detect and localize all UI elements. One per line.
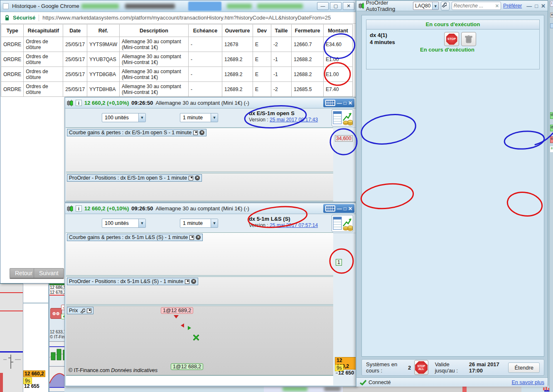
minimize-button[interactable]: — bbox=[526, 3, 532, 9]
learn-more-link[interactable]: En savoir plus bbox=[511, 380, 544, 385]
minimize-button[interactable]: — bbox=[337, 100, 342, 106]
search-input[interactable] bbox=[454, 3, 495, 9]
chevron-down-icon[interactable]: ▼ bbox=[211, 113, 218, 122]
version-date-link[interactable]: 25 mai 2017 08:17:43 bbox=[270, 117, 318, 123]
account-selector[interactable]: LAQ80 ▼ bbox=[413, 2, 439, 10]
table-cell: ORDRE bbox=[1, 37, 24, 52]
table-cell: -1 bbox=[271, 67, 291, 82]
chart1-equity-axis: 34,600 bbox=[334, 128, 356, 172]
stop-all-button[interactable]: STOPALL bbox=[414, 360, 428, 375]
popout-icon[interactable] bbox=[87, 308, 91, 313]
chart2-title-bar[interactable]: i 12 660,2 (+0,10%) 09:26:50 Allemagne 3… bbox=[65, 203, 356, 214]
table-cell: E bbox=[253, 82, 271, 97]
address-bar[interactable]: Sécurisé https://www.marketdatasystems.c… bbox=[0, 12, 357, 24]
close-icon[interactable]: ✕ bbox=[196, 235, 201, 240]
chart2-toolbar: 100 unités▼ 1 minute▼ dx 5-1m L&S (S) Ve… bbox=[65, 214, 356, 233]
section-header-green: En cours d'exécution bbox=[366, 20, 540, 30]
chevron-down-icon[interactable]: ▼ bbox=[138, 219, 145, 227]
table-row[interactable]: ORDREOrdres de clôture25/05/17YYTD8GBAAl… bbox=[1, 67, 353, 82]
table-cell: -1 bbox=[271, 52, 291, 67]
green-right-arrow-icon bbox=[188, 326, 191, 330]
wrench-icon[interactable] bbox=[80, 308, 85, 313]
extend-button[interactable]: Étendre bbox=[508, 362, 540, 373]
popout-icon[interactable] bbox=[189, 235, 194, 240]
search-box[interactable]: ✕ bbox=[452, 2, 501, 10]
close-button[interactable]: ✕ bbox=[348, 100, 352, 106]
timeframe-dropdown[interactable]: 1 minute▼ bbox=[180, 113, 218, 122]
stop-icon: STOP bbox=[446, 34, 457, 45]
systems-list: En cours d'exécutiondx 4(1)4 minutesSTOP… bbox=[361, 15, 544, 357]
table-row[interactable]: ORDREOrdres de clôture25/05/17YYUB7QASAl… bbox=[1, 52, 353, 67]
chart1-equity-pane[interactable]: Courbe gains & pertes : dx E/S-1m open S… bbox=[66, 128, 333, 172]
info-icon[interactable]: i bbox=[76, 205, 82, 212]
sliver-red-cell: 6 bbox=[550, 136, 553, 143]
systems-count: 2 bbox=[408, 365, 411, 371]
browser-title-bar[interactable]: Historique - Google Chrome — ▢ ✕ bbox=[0, 0, 357, 12]
table-row[interactable]: ORDREOrdres de clôture25/05/17YYTS9MAWAl… bbox=[1, 37, 353, 52]
chevron-down-icon[interactable]: ▼ bbox=[138, 113, 145, 122]
table-cell: Ordres de clôture bbox=[24, 37, 63, 52]
info-icon[interactable]: i bbox=[76, 100, 82, 106]
trash-icon bbox=[465, 35, 472, 43]
minimize-button[interactable]: — bbox=[317, 2, 329, 10]
chart1-positions-pane[interactable]: ProOrder - Positions : dx E/S-1m open S … bbox=[66, 173, 333, 201]
table-cell: 25/05/17 bbox=[63, 37, 87, 52]
table-cell: Ordres de clôture bbox=[24, 82, 63, 97]
bg-red-column bbox=[0, 373, 3, 392]
keyboard-icon[interactable] bbox=[325, 100, 335, 106]
close-button[interactable]: ✕ bbox=[348, 206, 352, 212]
clear-search-icon[interactable]: ✕ bbox=[495, 3, 499, 9]
chart1-positions-axis bbox=[334, 173, 356, 201]
table-cell: 25/05/17 bbox=[63, 67, 87, 82]
price-pane[interactable]: Prix 1@12 689,2 1@12 688,2 © IT-Finance.… bbox=[66, 306, 333, 375]
gears-icon[interactable]: ⚙⚙ bbox=[50, 308, 62, 319]
close-icon[interactable]: ✕ bbox=[191, 279, 196, 284]
table-cell: Ordres de clôture bbox=[24, 67, 63, 82]
delete-button[interactable] bbox=[461, 32, 476, 46]
backtest-icon[interactable] bbox=[332, 215, 353, 232]
red-left-arrow-icon bbox=[181, 323, 184, 328]
version-date-link[interactable]: 25 mai 2017 07:57:14 bbox=[270, 222, 318, 228]
column-header: Echéance bbox=[188, 25, 222, 37]
proorder-title-bar[interactable]: ProOrder AutoTrading LAQ80 ▼ ✕ Préférer … bbox=[356, 1, 548, 11]
timeframe-dropdown[interactable]: 1 minute▼ bbox=[180, 219, 218, 228]
settings-wrench-button[interactable] bbox=[441, 2, 450, 10]
keyboard-icon[interactable] bbox=[325, 205, 335, 212]
system-card[interactable]: dx 4(1)4 minutesSTOPEn cours d'exécution bbox=[366, 30, 540, 69]
chart1-title-bar[interactable]: i 12 660,2 (+0,10%) 09:26:50 Allemagne 3… bbox=[65, 98, 356, 108]
column-header: Type bbox=[1, 25, 24, 37]
table-cell: E bbox=[253, 37, 271, 52]
stop-button[interactable]: STOP bbox=[444, 32, 459, 46]
account-value: LAQ80 bbox=[413, 3, 432, 9]
popout-icon[interactable] bbox=[189, 176, 193, 180]
chart2-positions-pane[interactable]: ProOrder - Positions : dx 5-1m L&S (S) -… bbox=[66, 276, 333, 305]
units-dropdown[interactable]: 100 unités▼ bbox=[102, 113, 146, 122]
maximize-button[interactable]: □ bbox=[535, 3, 538, 9]
prefer-link[interactable]: Préférer bbox=[503, 3, 522, 9]
connected-check-icon bbox=[360, 380, 366, 385]
quote-price: 12 660,2 (+0,10%) bbox=[84, 205, 129, 212]
chart2-equity-pane[interactable]: Courbe gains & pertes : dx 5-1m L&S (S) … bbox=[66, 232, 333, 276]
systems-count-label: Systèmes en cours : bbox=[366, 361, 405, 374]
close-button[interactable]: ✕ bbox=[343, 2, 354, 10]
sliver-green-cell: @ bbox=[550, 125, 553, 131]
backtest-icon[interactable] bbox=[332, 109, 353, 126]
close-icon[interactable]: ✕ bbox=[195, 175, 200, 180]
chevron-down-icon[interactable]: ▼ bbox=[432, 2, 438, 10]
close-icon[interactable]: ✕ bbox=[199, 130, 204, 135]
table-cell: E bbox=[253, 67, 271, 82]
popout-icon[interactable] bbox=[185, 279, 189, 284]
chart2-positions-pane-label: ProOrder - Positions : dx 5-1m L&S (S) -… bbox=[67, 278, 198, 285]
chevron-down-icon[interactable]: ▼ bbox=[211, 219, 218, 227]
close-button[interactable]: ✕ bbox=[541, 3, 546, 9]
table-cell: 25/05/17 bbox=[63, 82, 87, 97]
maximize-button[interactable]: ▢ bbox=[330, 2, 342, 10]
table-row[interactable]: ORDREOrdres de clôture25/05/17YYTD8HBAAl… bbox=[1, 82, 353, 97]
units-dropdown[interactable]: 100 unités▼ bbox=[102, 219, 146, 228]
maximize-button[interactable]: □ bbox=[344, 100, 347, 106]
maximize-button[interactable]: □ bbox=[344, 206, 347, 212]
minimize-button[interactable]: — bbox=[337, 206, 342, 212]
column-header: Date bbox=[63, 25, 87, 37]
next-button[interactable]: Suivant bbox=[34, 268, 64, 278]
popout-icon[interactable] bbox=[193, 131, 198, 135]
